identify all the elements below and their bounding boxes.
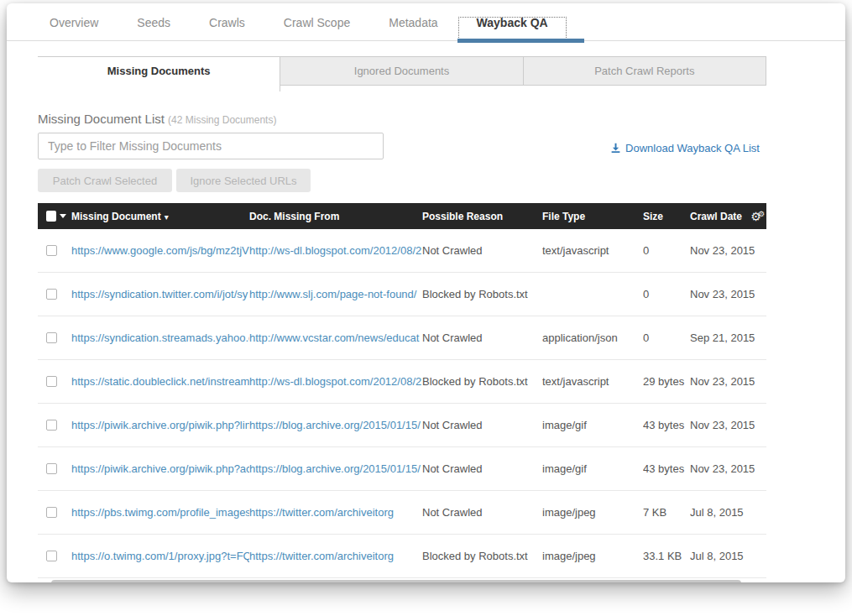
top-nav-tab[interactable]: Wayback QA xyxy=(457,16,567,40)
ignore-selected-urls-button[interactable]: Ignore Selected URLs xyxy=(176,169,311,192)
download-wayback-qa-link[interactable]: Download Wayback QA List xyxy=(610,142,760,154)
select-menu-caret-icon[interactable] xyxy=(60,214,66,218)
crawl-date: Nov 23, 2015 xyxy=(690,419,766,431)
top-nav-tab-label: Crawl Scope xyxy=(284,16,350,29)
table-row: https://piwik.archive.org/piwik.php?lin … xyxy=(38,404,766,447)
column-header-possible-reason[interactable]: Possible Reason xyxy=(422,211,542,222)
patch-crawl-selected-button[interactable]: Patch Crawl Selected xyxy=(38,169,172,192)
file-type: image/gif xyxy=(542,419,643,431)
doc-missing-from-url[interactable]: https://blog.archive.org/2015/01/15/ xyxy=(249,419,422,431)
column-header-missing-document[interactable]: Missing Document▾ xyxy=(71,211,249,222)
table-row: https://pbs.twimg.com/profile_images. ht… xyxy=(38,491,766,535)
header-select-cell xyxy=(38,211,71,222)
table-row: https://piwik.archive.org/piwik.php?act … xyxy=(38,447,766,491)
subtab[interactable]: Ignored Documents xyxy=(280,56,523,86)
missing-count-note: (42 Missing Documents) xyxy=(168,114,276,126)
row-checkbox[interactable] xyxy=(46,551,57,561)
file-type: application/json xyxy=(542,331,643,344)
missing-document-url[interactable]: https://www.google.com/js/bg/mz2tjV8 xyxy=(71,244,249,257)
row-select-cell xyxy=(38,507,71,518)
row-select-cell xyxy=(38,332,71,343)
top-nav-tab-label: Crawls xyxy=(209,16,245,29)
doc-missing-from-url[interactable]: http://ws-dl.blogspot.com/2012/08/2 xyxy=(249,375,422,388)
row-checkbox[interactable] xyxy=(46,332,57,343)
row-select-cell xyxy=(38,245,71,256)
crawl-date: Nov 23, 2015 xyxy=(690,244,766,257)
size: 7 KB xyxy=(643,506,690,519)
crawl-date: Nov 23, 2015 xyxy=(690,288,766,300)
row-select-cell xyxy=(38,463,71,474)
page-card: Overview Seeds Crawls Crawl Scope Metada… xyxy=(7,3,845,582)
row-checkbox[interactable] xyxy=(46,289,57,300)
missing-document-url[interactable]: https://piwik.archive.org/piwik.php?act xyxy=(71,462,249,475)
subtab-label: Missing Documents xyxy=(107,65,211,77)
horizontal-scrollbar-thumb[interactable] xyxy=(51,580,741,582)
doc-missing-from-url[interactable]: https://twitter.com/archiveitorg xyxy=(249,506,422,519)
size: 43 bytes xyxy=(643,419,690,431)
size: 0 xyxy=(643,244,690,257)
size: 0 xyxy=(643,331,690,344)
table-body: https://www.google.com/js/bg/mz2tjV8 htt… xyxy=(38,229,766,578)
row-checkbox[interactable] xyxy=(46,507,57,518)
possible-reason: Not Crawled xyxy=(422,419,542,431)
row-checkbox[interactable] xyxy=(46,463,57,474)
crawl-date: Jul 8, 2015 xyxy=(690,506,766,519)
missing-document-url[interactable]: https://static.doubleclick.net/instream. xyxy=(71,375,249,388)
row-select-cell xyxy=(38,289,71,300)
row-checkbox[interactable] xyxy=(46,245,57,256)
column-header-file-type[interactable]: File Type xyxy=(542,211,643,222)
column-header-doc-missing-from[interactable]: Doc. Missing From xyxy=(249,211,422,222)
download-icon xyxy=(610,143,621,154)
file-type: text/javascript xyxy=(542,375,643,388)
filter-input[interactable] xyxy=(38,133,384,159)
missing-document-url[interactable]: https://pbs.twimg.com/profile_images. xyxy=(71,506,249,519)
subtab-label: Patch Crawl Reports xyxy=(594,65,694,77)
top-nav-tab[interactable]: Overview xyxy=(30,16,118,40)
missing-document-url[interactable]: https://syndication.twitter.com/i/jot/sy xyxy=(71,288,249,300)
column-header-crawl-date[interactable]: Crawl Date ⚙⚙ xyxy=(690,211,766,222)
top-nav-tab[interactable]: Crawls xyxy=(190,16,264,40)
row-select-cell xyxy=(38,551,71,561)
table-row: https://syndication.twitter.com/i/jot/sy… xyxy=(38,273,766,316)
file-type: image/jpeg xyxy=(542,550,643,562)
subtab[interactable]: Patch Crawl Reports xyxy=(524,56,766,86)
doc-missing-from-url[interactable]: http://www.slj.com/page-not-found/ xyxy=(249,288,422,300)
row-checkbox[interactable] xyxy=(46,376,57,387)
crawl-date: Jul 8, 2015 xyxy=(690,550,766,562)
top-nav-tab[interactable]: Crawl Scope xyxy=(264,16,369,40)
possible-reason: Blocked by Robots.txt xyxy=(422,375,542,388)
possible-reason: Not Crawled xyxy=(422,331,542,344)
possible-reason: Blocked by Robots.txt xyxy=(422,288,542,300)
doc-missing-from-url[interactable]: https://blog.archive.org/2015/01/15/ xyxy=(249,462,422,475)
subtab[interactable]: Missing Documents xyxy=(38,56,280,91)
subtab-label: Ignored Documents xyxy=(354,65,449,77)
crawl-date: Sep 21, 2015 xyxy=(690,331,766,344)
table-header: Missing Document▾ Doc. Missing From Poss… xyxy=(38,203,766,229)
size: 33.1 KB xyxy=(643,550,690,562)
missing-document-url[interactable]: https://syndication.streamads.yahoo.co xyxy=(71,331,249,344)
table-row: https://static.doubleclick.net/instream.… xyxy=(38,360,766,404)
doc-missing-from-url[interactable]: https://twitter.com/archiveitorg xyxy=(249,550,422,562)
horizontal-scrollbar-track xyxy=(38,580,766,582)
list-title: Missing Document List (42 Missing Docume… xyxy=(38,112,845,126)
top-nav-tab-label: Seeds xyxy=(137,16,170,29)
missing-document-url[interactable]: https://piwik.archive.org/piwik.php?lin xyxy=(71,419,249,431)
missing-document-url[interactable]: https://o.twimg.com/1/proxy.jpg?t=FQ xyxy=(71,550,249,562)
possible-reason: Not Crawled xyxy=(422,506,542,519)
doc-missing-from-url[interactable]: http://www.vcstar.com/news/educat xyxy=(249,331,422,344)
column-header-size[interactable]: Size xyxy=(643,211,690,222)
row-checkbox[interactable] xyxy=(46,420,57,431)
size: 43 bytes xyxy=(643,462,690,475)
file-type: image/gif xyxy=(542,462,643,475)
top-nav-tab[interactable]: Seeds xyxy=(118,16,190,40)
top-nav: Overview Seeds Crawls Crawl Scope Metada… xyxy=(7,3,845,41)
top-nav-tab-label: Wayback QA xyxy=(477,16,548,29)
column-settings-gears-icon[interactable]: ⚙⚙ xyxy=(750,211,761,222)
doc-missing-from-url[interactable]: http://ws-dl.blogspot.com/2012/08/2 xyxy=(249,244,422,257)
missing-documents-table: Missing Document▾ Doc. Missing From Poss… xyxy=(38,203,766,578)
download-link-label: Download Wayback QA List xyxy=(625,142,760,154)
top-nav-tab-label: Overview xyxy=(50,16,98,29)
select-all-checkbox[interactable] xyxy=(46,211,56,222)
wayback-qa-subtabs: Missing Documents Ignored Documents Patc… xyxy=(38,56,766,91)
top-nav-tab[interactable]: Metadata xyxy=(369,16,457,40)
